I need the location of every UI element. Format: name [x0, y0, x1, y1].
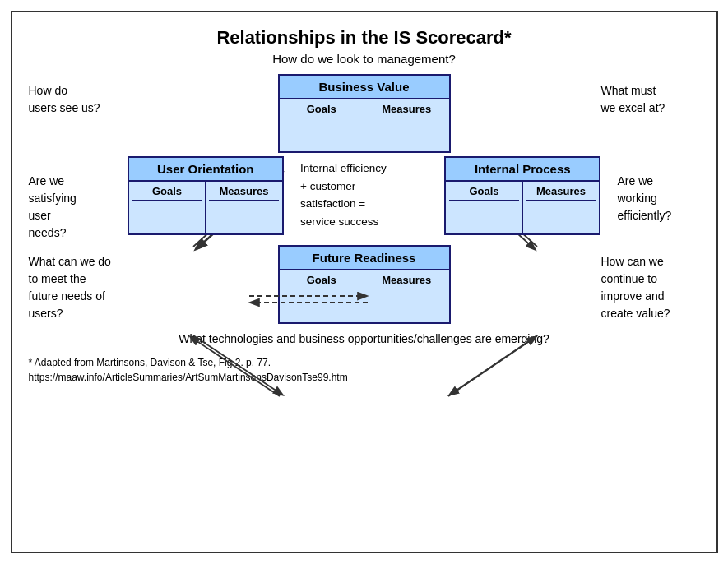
internal-process-box: Internal Process Goals Measures: [444, 156, 600, 235]
business-value-box: Business Value Goals Measures: [278, 74, 451, 153]
uo-col1-content: [132, 201, 202, 233]
right-bottom-label: How can wecontinue toimprove andcreate v…: [601, 245, 700, 322]
ip-col1: Goals: [446, 182, 523, 233]
bv-col2-label: Measures: [368, 103, 446, 118]
uo-col1-label: Goals: [132, 185, 202, 201]
fr-col2: Measures: [364, 270, 449, 322]
business-value-wrapper: Business Value Goals Measures: [128, 74, 601, 153]
uo-col2: Measures: [206, 182, 282, 233]
internal-process-title: Internal Process: [446, 158, 599, 182]
fr-col1-label: Goals: [283, 274, 361, 289]
footnote-line1: * Adapted from Martinsons, Davison & Tse…: [29, 355, 700, 370]
footnote: * Adapted from Martinsons, Davison & Tse…: [29, 355, 700, 385]
future-readiness-title: Future Readiness: [280, 247, 449, 270]
fr-col2-content: [368, 289, 446, 322]
left-top-label: How dousers see us?: [29, 74, 128, 117]
bv-col2: Measures: [364, 99, 449, 151]
top-question: How do we look to management?: [29, 52, 700, 66]
ip-col1-content: [449, 201, 519, 233]
bottom-question: What technologies and business opportuni…: [29, 332, 700, 345]
left-mid-label: Are wesatisfyinguserneeds?: [29, 156, 111, 242]
ip-col2-label: Measures: [526, 185, 596, 201]
outer-border: Relationships in the IS Scorecard* How d…: [11, 11, 718, 553]
ip-col2: Measures: [523, 182, 600, 233]
future-readiness-box: Future Readiness Goals Measures: [278, 245, 451, 324]
uo-col2-content: [209, 201, 279, 233]
fr-col2-label: Measures: [368, 274, 446, 289]
bv-col1: Goals: [280, 99, 365, 151]
uo-col1: Goals: [129, 182, 206, 233]
right-mid-label: Are weworkingefficiently?: [618, 156, 700, 224]
fr-col1-content: [283, 289, 361, 322]
bv-col1-label: Goals: [283, 103, 361, 118]
ip-col2-content: [526, 201, 596, 233]
future-readiness-wrapper: Future Readiness Goals Measures: [128, 245, 601, 324]
bv-col1-content: [283, 118, 361, 151]
fr-col1: Goals: [280, 270, 365, 322]
center-efficiency-text: Internal efficiency+ customersatisfactio…: [300, 156, 428, 230]
ip-col1-label: Goals: [449, 185, 519, 201]
user-orientation-box: User Orientation Goals Measures: [128, 156, 284, 235]
user-orientation-wrapper: User Orientation Goals Measures: [128, 156, 284, 235]
right-top-label: What mustwe excel at?: [601, 74, 700, 117]
diagram-area: How dousers see us? Business Value Goals…: [29, 74, 700, 324]
business-value-title: Business Value: [280, 76, 449, 99]
main-title: Relationships in the IS Scorecard*: [29, 27, 700, 49]
internal-process-wrapper: Internal Process Goals Measures: [444, 156, 600, 235]
uo-col2-label: Measures: [209, 185, 279, 201]
footnote-line2: https://maaw.info/ArticleSummaries/ArtSu…: [29, 370, 700, 385]
left-bottom-label: What can we doto meet thefuture needs of…: [29, 245, 128, 322]
user-orientation-title: User Orientation: [129, 158, 282, 182]
bv-col2-content: [368, 118, 446, 151]
